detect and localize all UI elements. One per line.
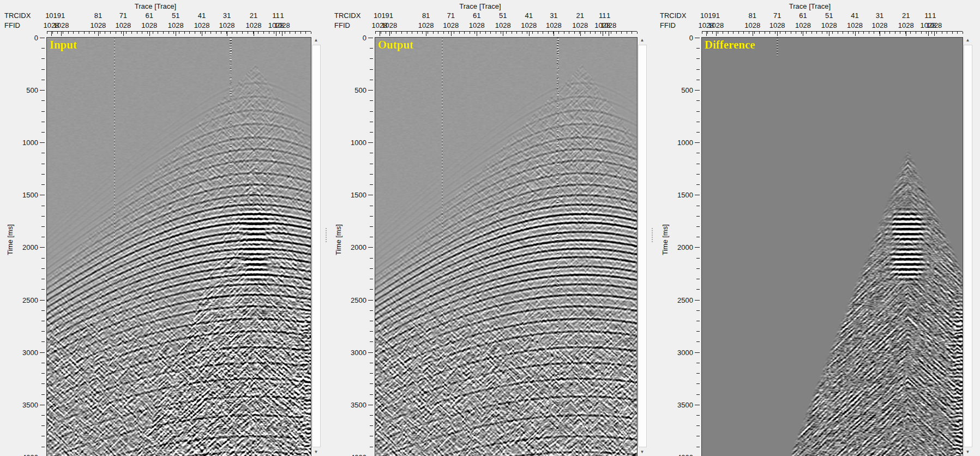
ruler-minor-tick: [454, 32, 454, 34]
time-minor-tick: [696, 164, 700, 164]
seismic-image-input[interactable]: [47, 38, 311, 456]
panel-overlay-label: Difference: [705, 39, 755, 51]
time-tick-label: 3000: [323, 348, 366, 356]
header-value: 41: [525, 11, 533, 20]
scrollbar-thumb[interactable]: [638, 45, 647, 447]
scroll-down-icon[interactable]: ▼: [638, 448, 647, 456]
vertical-scrollbar[interactable]: ▲▼: [311, 36, 321, 456]
scroll-up-icon[interactable]: ▲: [311, 36, 321, 44]
time-minor-tick: [696, 415, 700, 416]
time-tick-label: 1000: [0, 139, 38, 147]
ruler-major-tick: [123, 32, 124, 36]
time-minor-tick: [370, 80, 373, 80]
time-major-tick: [695, 300, 700, 301]
time-minor-tick: [696, 331, 700, 332]
ruler-minor-tick: [853, 32, 853, 34]
time-minor-tick: [696, 100, 700, 101]
scroll-down-icon[interactable]: ▼: [963, 448, 972, 456]
seismic-image-output[interactable]: [375, 38, 637, 456]
ruler-minor-tick: [811, 32, 812, 34]
ruler-minor-tick: [838, 32, 838, 34]
header-value: 1028: [246, 21, 262, 29]
scrollbar-thumb[interactable]: [312, 45, 321, 447]
time-tick-label: 3500: [657, 400, 693, 409]
scroll-up-icon[interactable]: ▲: [638, 36, 647, 44]
ruler-minor-tick: [616, 32, 617, 34]
seismic-image-difference[interactable]: [702, 38, 963, 456]
ruler-minor-tick: [381, 32, 381, 34]
time-minor-tick: [696, 122, 700, 122]
ruler-minor-tick: [532, 32, 533, 34]
header-value: 1028: [141, 21, 157, 29]
ruler-minor-tick: [63, 32, 63, 34]
header-value: 31: [876, 11, 883, 20]
scrollbar-thumb[interactable]: [964, 45, 972, 447]
time-minor-tick: [41, 237, 45, 237]
ruler-minor-tick: [816, 32, 817, 34]
time-minor-tick: [696, 184, 700, 185]
ruler-minor-tick: [153, 32, 153, 34]
ruler-minor-tick: [474, 32, 475, 34]
time-minor-tick: [41, 447, 45, 447]
time-minor-tick: [696, 310, 700, 311]
ruler-major-tick: [753, 32, 753, 36]
header-value: 81: [748, 11, 756, 20]
header-value: 1028: [847, 21, 863, 29]
ruler-minor-tick: [548, 32, 549, 34]
header-value: 1028: [795, 21, 811, 29]
ruler-minor-tick: [506, 32, 507, 34]
header-value: 71: [447, 11, 454, 20]
ruler-major-tick: [603, 32, 603, 36]
time-minor-tick: [41, 80, 45, 80]
ruler-minor-tick: [131, 32, 132, 34]
ruler-minor-tick: [221, 32, 221, 34]
time-minor-tick: [696, 383, 700, 384]
time-minor-tick: [370, 373, 373, 374]
time-minor-tick: [370, 341, 373, 342]
ruler-minor-tick: [200, 32, 201, 34]
ruler-major-tick: [282, 32, 282, 36]
ruler-minor-tick: [412, 32, 412, 34]
time-minor-tick: [696, 216, 700, 217]
ruler-minor-tick: [311, 32, 311, 34]
ruler-minor-tick: [733, 32, 734, 34]
time-minor-tick: [41, 58, 45, 59]
viewer-pane-input: Trace [Trace]TRCIDXFFID10191817161514131…: [0, 0, 321, 456]
time-minor-tick: [370, 394, 373, 395]
vertical-scrollbar[interactable]: ▲▼: [638, 36, 647, 456]
trcidx-header-label: TRCIDX: [4, 11, 31, 20]
time-minor-tick: [370, 363, 373, 363]
ruler-minor-tick: [738, 32, 739, 34]
time-axis-label: Time [ms]: [334, 215, 342, 265]
trcidx-values-row: 1019181716151413121111: [47, 11, 311, 20]
scroll-down-icon[interactable]: ▼: [311, 448, 321, 456]
ruler-minor-tick: [396, 32, 396, 34]
ruler-minor-tick: [585, 32, 585, 34]
pane-splitter-grip[interactable]: [326, 228, 327, 242]
header-value: 1: [932, 11, 936, 20]
vertical-scrollbar[interactable]: ▲▼: [963, 36, 972, 456]
seismic-image-frame: [46, 37, 311, 456]
ruler-minor-tick: [464, 32, 465, 34]
ruler-minor-tick: [538, 32, 538, 34]
ruler-minor-tick: [527, 32, 527, 34]
ruler-minor-tick: [116, 32, 116, 34]
header-value: 1028: [443, 21, 459, 29]
header-value: 1028: [744, 21, 760, 29]
ruler-major-tick: [580, 32, 581, 36]
time-tick-label: 2500: [657, 296, 693, 304]
ruler-minor-tick: [957, 32, 958, 34]
header-value: 1028: [469, 21, 485, 29]
time-minor-tick: [696, 268, 700, 269]
ruler-minor-tick: [179, 32, 179, 34]
pane-splitter-grip[interactable]: [652, 228, 653, 242]
scroll-up-icon[interactable]: ▲: [963, 36, 972, 44]
ruler-major-tick: [451, 32, 452, 36]
time-minor-tick: [370, 279, 373, 279]
ruler-minor-tick: [147, 32, 148, 34]
ruler-minor-tick: [490, 32, 491, 34]
ruler-minor-tick: [942, 32, 942, 34]
ruler-minor-tick: [47, 32, 47, 34]
ruler-minor-tick: [916, 32, 916, 34]
ruler-minor-tick: [300, 32, 301, 34]
